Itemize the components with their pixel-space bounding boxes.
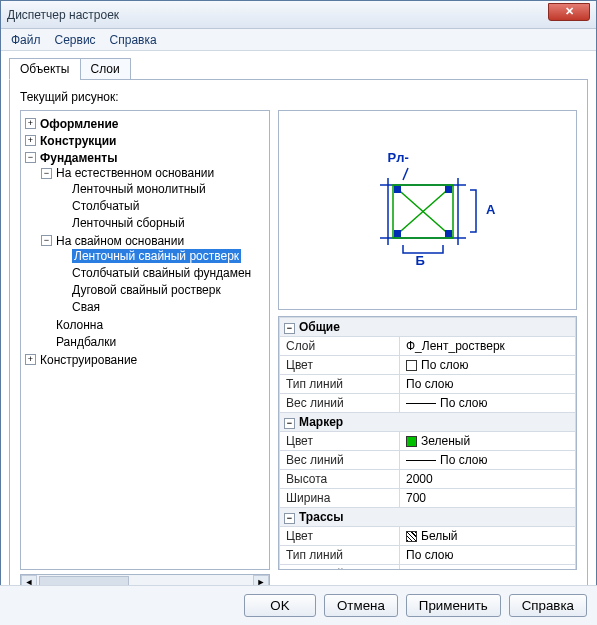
group-common[interactable]: Общие (299, 320, 340, 334)
prop-value[interactable]: По слою (400, 546, 576, 565)
tab-layers[interactable]: Слои (80, 58, 131, 80)
prop-value[interactable]: Белый (400, 527, 576, 546)
tree-item-selected[interactable]: Ленточный свайный ростверк (72, 249, 241, 263)
window-title: Диспетчер настроек (7, 8, 119, 22)
tree-item[interactable]: Дуговой свайный ростверк (72, 283, 221, 297)
preview-dim-a: А (486, 202, 495, 217)
client-area: Объекты Слои Текущий рисунок: +Оформлени… (1, 51, 596, 609)
cancel-button[interactable]: Отмена (324, 594, 398, 617)
prop-value[interactable]: Зеленый (400, 432, 576, 451)
prop-value[interactable]: Ф_Лент_ростверк (400, 337, 576, 356)
preview-dim-b: Б (416, 253, 425, 268)
tree-item[interactable]: Столбчатый свайный фундамен (72, 266, 251, 280)
prop-key: Ширина (280, 489, 400, 508)
prop-key: Тип линий (280, 375, 400, 394)
prop-key: Вес линий (280, 565, 400, 571)
prop-value[interactable]: 0.00 мм (400, 565, 576, 571)
tree-item[interactable]: Конструирование (40, 352, 137, 366)
current-drawing-label: Текущий рисунок: (20, 90, 577, 104)
prop-value[interactable]: 2000 (400, 470, 576, 489)
collapse-icon[interactable]: − (25, 152, 36, 163)
group-marker[interactable]: Маркер (299, 415, 343, 429)
titlebar: Диспетчер настроек ✕ (1, 1, 596, 29)
tab-panel: Текущий рисунок: +Оформление +Конструкци… (9, 79, 588, 601)
help-button[interactable]: Справка (509, 594, 587, 617)
tree-item[interactable]: Фундаменты (40, 150, 117, 164)
svg-rect-9 (445, 186, 452, 193)
tab-strip: Объекты Слои (9, 57, 588, 79)
tree-item[interactable]: Рандбалки (56, 335, 116, 349)
prop-key: Вес линий (280, 394, 400, 413)
ok-button[interactable]: OK (244, 594, 316, 617)
tree-item[interactable]: На естественном основании (56, 166, 214, 180)
close-button[interactable]: ✕ (548, 3, 590, 21)
prop-key: Цвет (280, 527, 400, 546)
svg-rect-11 (445, 230, 452, 237)
menu-service[interactable]: Сервис (55, 33, 96, 47)
menubar: Файл Сервис Справка (1, 29, 596, 51)
tree-view[interactable]: +Оформление +Конструкции −Фундаменты −На… (20, 110, 270, 570)
line-sample-icon (406, 403, 436, 404)
prop-key: Тип линий (280, 546, 400, 565)
expand-icon[interactable]: + (25, 118, 36, 129)
preview-diagram: Рл- (358, 150, 498, 270)
color-swatch-icon (406, 436, 417, 447)
prop-key: Слой (280, 337, 400, 356)
prop-value[interactable]: По слою (400, 375, 576, 394)
preview-label: Рл- (388, 150, 409, 165)
tree-item[interactable]: Столбчатый (72, 199, 139, 213)
collapse-icon[interactable]: − (41, 235, 52, 246)
prop-value[interactable]: По слою (400, 356, 576, 375)
prop-key: Цвет (280, 432, 400, 451)
group-collapse-icon[interactable]: − (284, 323, 295, 334)
preview-pane: Рл- (278, 110, 577, 310)
tree-item[interactable]: Оформление (40, 117, 119, 131)
tree-item[interactable]: На свайном основании (56, 234, 184, 248)
tree-item[interactable]: Свая (72, 300, 100, 314)
group-collapse-icon[interactable]: − (284, 513, 295, 524)
prop-key: Вес линий (280, 451, 400, 470)
property-grid[interactable]: −Общие СлойФ_Лент_ростверк ЦветПо слою Т… (278, 316, 577, 570)
tree-item[interactable]: Конструкции (40, 134, 116, 148)
apply-button[interactable]: Применить (406, 594, 501, 617)
prop-value[interactable]: 700 (400, 489, 576, 508)
prop-key: Высота (280, 470, 400, 489)
menu-help[interactable]: Справка (110, 33, 157, 47)
menu-file[interactable]: Файл (11, 33, 41, 47)
expand-icon[interactable]: + (25, 135, 36, 146)
prop-value[interactable]: По слою (400, 451, 576, 470)
tab-objects[interactable]: Объекты (9, 58, 81, 80)
dialog-footer: OK Отмена Применить Справка (0, 585, 597, 625)
expand-icon[interactable]: + (25, 354, 36, 365)
color-swatch-icon (406, 531, 417, 542)
color-swatch-icon (406, 360, 417, 371)
tree-item[interactable]: Колонна (56, 318, 103, 332)
group-collapse-icon[interactable]: − (284, 418, 295, 429)
tree-item[interactable]: Ленточный сборный (72, 216, 185, 230)
svg-line-4 (403, 168, 408, 180)
tree-item[interactable]: Ленточный монолитный (72, 182, 206, 196)
prop-key: Цвет (280, 356, 400, 375)
line-sample-icon (406, 460, 436, 461)
svg-rect-10 (394, 230, 401, 237)
prop-value[interactable]: По слою (400, 394, 576, 413)
svg-rect-8 (394, 186, 401, 193)
group-traces[interactable]: Трассы (299, 510, 343, 524)
collapse-icon[interactable]: − (41, 168, 52, 179)
